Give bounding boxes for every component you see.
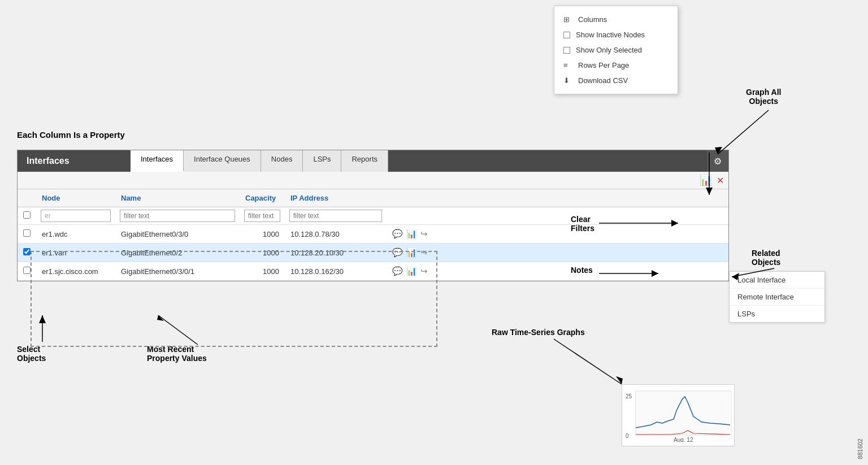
tab-reports[interactable]: Reports (341, 150, 388, 172)
download-icon: ⬇ (563, 76, 572, 85)
table-row: er1.wdc GigabitEthernet0/3/0 1000 10.128… (18, 225, 728, 244)
node-filter-input[interactable] (41, 210, 111, 222)
row2-checkbox[interactable] (23, 248, 31, 255)
svg-text:Aug. 12: Aug. 12 (674, 437, 693, 442)
row3-checkbox[interactable] (23, 267, 31, 274)
row3-related-icon[interactable]: ↪ (420, 266, 428, 276)
related-lsps[interactable]: LSPs (730, 306, 824, 322)
related-remote-interface[interactable]: Remote Interface (730, 289, 824, 306)
filter-node-cell (36, 207, 115, 225)
menu-show-inactive[interactable]: Show Inactive Nodes (554, 27, 678, 42)
main-panel: Interfaces Interfaces Interface Queues N… (17, 150, 729, 281)
graph-icon-row: 📊 ✕ (18, 172, 728, 189)
row2-node: er1.van (36, 244, 115, 262)
gear-settings-tab[interactable]: ⚙ (707, 150, 728, 172)
tabs-row: Interfaces Interface Queues Nodes LSPs R… (131, 150, 728, 172)
filter-check-cell (18, 207, 36, 225)
col-header-name[interactable]: Name (115, 189, 240, 207)
row1-actions: 💬 📊 ↪ (387, 225, 728, 244)
interfaces-table: Node Name Capacity IP Address (18, 189, 728, 281)
row2-capacity: 1000 (240, 244, 285, 262)
name-filter-input[interactable] (120, 210, 235, 222)
svg-marker-15 (157, 315, 164, 321)
clear-filters-annotation: ClearFilters (571, 215, 594, 233)
row2-related-icon[interactable]: ↪ (420, 247, 428, 258)
row2-graph-icon[interactable]: 📊 (406, 247, 417, 258)
panel-title: Interfaces (18, 150, 131, 172)
ip-filter-input[interactable] (289, 210, 382, 222)
svg-line-4 (718, 110, 769, 154)
row1-notes-icon[interactable]: 💬 (392, 229, 403, 239)
row2-name: GigabitEthernet0/2 (115, 244, 240, 262)
col-header-node[interactable]: Node (36, 189, 115, 207)
rows-icon: ≡ (563, 61, 572, 69)
menu-columns[interactable]: ⊞ Columns (554, 12, 678, 27)
svg-marker-13 (39, 315, 46, 323)
tab-lsps[interactable]: LSPs (303, 150, 341, 172)
svg-text:25: 25 (626, 393, 632, 399)
clear-filters-icon[interactable]: ✕ (717, 175, 724, 186)
dropdown-menu: ⊞ Columns Show Inactive Nodes Show Only … (554, 6, 678, 94)
columns-icon: ⊞ (563, 15, 572, 24)
row1-capacity: 1000 (240, 225, 285, 244)
graph-all-icon[interactable]: 📊 (700, 174, 712, 186)
col-header-check (18, 189, 36, 207)
svg-text:0: 0 (626, 433, 629, 439)
col-header-ip[interactable]: IP Address (285, 189, 387, 207)
mini-graph: 25 0 Aug. 12 (622, 384, 735, 446)
row3-capacity: 1000 (240, 262, 285, 281)
svg-line-16 (554, 339, 622, 384)
row1-related-icon[interactable]: ↪ (420, 229, 428, 239)
table-row: er1.van GigabitEthernet0/2 1000 10.128.2… (18, 244, 728, 262)
show-selected-checkbox[interactable] (563, 47, 570, 54)
notes-annotation: Notes (571, 266, 593, 275)
graph-all-annotation: Graph AllObjects (746, 88, 782, 106)
most-recent-annotation: Most RecentProperty Values (147, 345, 207, 363)
panel-top-row: Interfaces Interfaces Interface Queues N… (18, 150, 728, 172)
row1-ip: 10.128.0.78/30 (285, 225, 387, 244)
menu-rows-label: Rows Per Page (578, 61, 629, 69)
row3-ip: 10.128.0.162/30 (285, 262, 387, 281)
filter-row (18, 207, 728, 225)
svg-marker-17 (616, 376, 623, 384)
capacity-filter-input[interactable] (244, 210, 280, 222)
row2-notes-icon[interactable]: 💬 (392, 247, 403, 258)
row3-name: GigabitEthernet0/3/0/1 (115, 262, 240, 281)
menu-show-selected[interactable]: Show Only Selected (554, 42, 678, 58)
tab-interfaces[interactable]: Interfaces (131, 150, 184, 172)
show-inactive-checkbox[interactable] (563, 32, 570, 38)
filter-capacity-cell (240, 207, 285, 225)
each-column-annotation: Each Column Is a Property (17, 130, 125, 140)
related-objects-annotation: RelatedObjects (752, 249, 780, 267)
row3-graph-icon[interactable]: 📊 (406, 266, 417, 276)
tab-interface-queues[interactable]: Interface Queues (184, 150, 261, 172)
table-header-row: Node Name Capacity IP Address (18, 189, 728, 207)
menu-show-inactive-label: Show Inactive Nodes (576, 31, 645, 39)
related-objects-dropdown: Local Interface Remote Interface LSPs (729, 271, 825, 323)
select-objects-annotation: SelectObjects (17, 345, 46, 363)
related-local-interface[interactable]: Local Interface (730, 272, 824, 289)
menu-download-csv[interactable]: ⬇ Download CSV (554, 73, 678, 88)
filter-name-cell (115, 207, 240, 225)
tab-nodes[interactable]: Nodes (261, 150, 303, 172)
menu-show-selected-label: Show Only Selected (576, 46, 642, 54)
col-header-capacity[interactable]: Capacity (240, 189, 285, 207)
raw-timeseries-annotation: Raw Time-Series Graphs (492, 328, 585, 337)
select-all-checkbox[interactable] (22, 211, 32, 219)
menu-rows-per-page[interactable]: ≡ Rows Per Page (554, 58, 678, 73)
row1-name: GigabitEthernet0/3/0 (115, 225, 240, 244)
row2-ip: 10.128.20.10/30 (285, 244, 387, 262)
row2-check-cell (18, 244, 36, 262)
row3-node: er1.sjc.cisco.com (36, 262, 115, 281)
row1-checkbox[interactable] (23, 229, 31, 237)
row1-check-cell (18, 225, 36, 244)
row3-notes-icon[interactable]: 💬 (392, 266, 403, 276)
row1-graph-icon[interactable]: 📊 (406, 229, 417, 239)
filter-ip-cell (285, 207, 387, 225)
row3-check-cell (18, 262, 36, 281)
filter-actions-cell (387, 207, 728, 225)
menu-columns-label: Columns (578, 15, 607, 24)
mini-graph-svg: 25 0 Aug. 12 (626, 388, 732, 442)
row2-actions: 💬 📊 ↪ (387, 244, 728, 262)
page-id: 881602 (857, 438, 863, 459)
